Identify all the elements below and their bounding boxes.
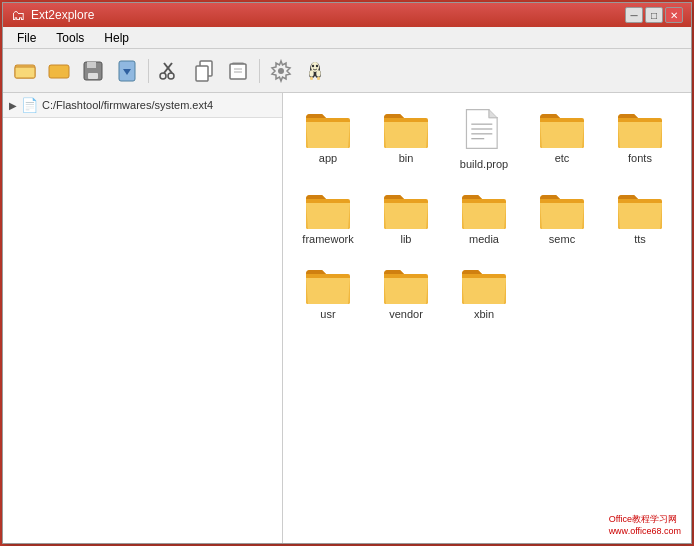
toolbar: [3, 49, 691, 93]
main-area: ▶ 📄 C:/Flashtool/firmwares/system.ext4 a…: [3, 93, 691, 543]
file-label: vendor: [389, 308, 423, 321]
folder-icon: [616, 108, 664, 150]
linux-button[interactable]: [299, 55, 331, 87]
file-label: xbin: [474, 308, 494, 321]
file-item-semc[interactable]: semc: [527, 184, 597, 251]
close-button[interactable]: ✕: [665, 7, 683, 23]
expand-icon: ▶: [9, 100, 17, 111]
folder-icon: [460, 264, 508, 306]
file-label: media: [469, 233, 499, 246]
paste-button[interactable]: [222, 55, 254, 87]
settings-button[interactable]: [265, 55, 297, 87]
svg-rect-30: [317, 77, 320, 80]
sidebar: ▶ 📄 C:/Flashtool/firmwares/system.ext4: [3, 93, 283, 543]
menu-file[interactable]: File: [7, 29, 46, 47]
file-item-framework[interactable]: framework: [293, 184, 363, 251]
svg-point-28: [316, 70, 320, 76]
extract-button[interactable]: [111, 55, 143, 87]
svg-point-20: [278, 68, 284, 74]
file-small-icon: 📄: [21, 97, 38, 113]
save-button[interactable]: [77, 55, 109, 87]
file-item-media[interactable]: media: [449, 184, 519, 251]
menu-bar: File Tools Help: [3, 27, 691, 49]
svg-rect-2: [15, 67, 35, 78]
file-item-vendor[interactable]: vendor: [371, 259, 441, 326]
title-bar: 🗂 Ext2explore ─ □ ✕: [3, 3, 691, 27]
main-window: 🗂 Ext2explore ─ □ ✕ File Tools Help: [2, 2, 692, 544]
minimize-button[interactable]: ─: [625, 7, 643, 23]
folder-icon: [382, 108, 430, 150]
file-item-usr[interactable]: usr: [293, 259, 363, 326]
cut-button[interactable]: [154, 55, 186, 87]
svg-point-12: [160, 73, 166, 79]
file-item-lib[interactable]: lib: [371, 184, 441, 251]
file-item-build.prop[interactable]: build.prop: [449, 103, 519, 176]
open-button[interactable]: [9, 55, 41, 87]
file-item-app[interactable]: app: [293, 103, 363, 176]
copy-button[interactable]: [188, 55, 220, 87]
svg-point-13: [168, 73, 174, 79]
watermark-line2: www.office68.com: [609, 525, 681, 538]
folder-icon: [304, 108, 352, 150]
title-controls: ─ □ ✕: [625, 7, 683, 23]
maximize-button[interactable]: □: [645, 7, 663, 23]
svg-rect-6: [87, 62, 96, 68]
folder-icon: [304, 264, 352, 306]
menu-help[interactable]: Help: [94, 29, 139, 47]
folder-icon: [382, 189, 430, 231]
folder-icon: [538, 189, 586, 231]
svg-point-26: [316, 64, 318, 66]
svg-rect-4: [49, 65, 69, 78]
file-label: build.prop: [460, 158, 508, 171]
app-title: Ext2explore: [31, 8, 94, 22]
file-label: bin: [399, 152, 414, 165]
path-label: C:/Flashtool/firmwares/system.ext4: [42, 99, 213, 111]
file-item-xbin[interactable]: xbin: [449, 259, 519, 326]
svg-point-27: [309, 70, 313, 76]
separator-1: [148, 59, 149, 83]
separator-2: [259, 59, 260, 83]
file-doc-icon: [460, 108, 508, 156]
content-area[interactable]: app bin: [283, 93, 691, 543]
sidebar-header[interactable]: ▶ 📄 C:/Flashtool/firmwares/system.ext4: [3, 93, 282, 118]
watermark-line1: Office教程学习网: [609, 513, 681, 526]
title-bar-left: 🗂 Ext2explore: [11, 7, 94, 23]
folder-icon: [382, 264, 430, 306]
file-item-etc[interactable]: etc: [527, 103, 597, 176]
svg-rect-15: [196, 66, 208, 81]
menu-tools[interactable]: Tools: [46, 29, 94, 47]
svg-rect-29: [310, 77, 313, 80]
file-item-bin[interactable]: bin: [371, 103, 441, 176]
folder-icon: [304, 189, 352, 231]
file-item-fonts[interactable]: fonts: [605, 103, 675, 176]
folder-button[interactable]: [43, 55, 75, 87]
file-item-tts[interactable]: tts: [605, 184, 675, 251]
file-label: fonts: [628, 152, 652, 165]
file-label: lib: [400, 233, 411, 246]
folder-icon: [616, 189, 664, 231]
app-icon: 🗂: [11, 7, 25, 23]
folder-icon: [538, 108, 586, 150]
file-label: tts: [634, 233, 646, 246]
watermark: Office教程学习网 www.office68.com: [604, 511, 686, 540]
file-label: usr: [320, 308, 335, 321]
file-label: semc: [549, 233, 575, 246]
svg-point-25: [312, 64, 314, 66]
file-label: framework: [302, 233, 353, 246]
file-grid: app bin: [293, 103, 681, 327]
svg-rect-7: [88, 73, 98, 79]
file-label: etc: [555, 152, 570, 165]
file-label: app: [319, 152, 337, 165]
folder-icon: [460, 189, 508, 231]
